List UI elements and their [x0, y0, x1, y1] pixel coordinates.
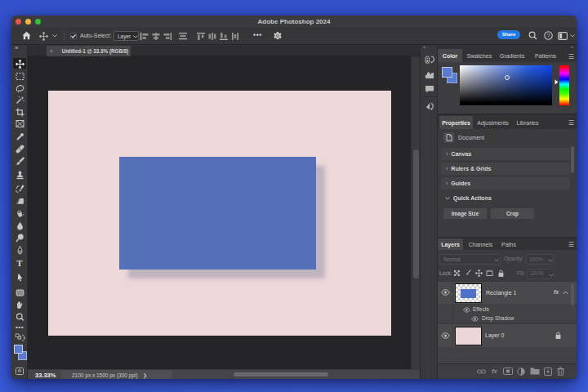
svg-text:?: ? — [546, 33, 550, 38]
